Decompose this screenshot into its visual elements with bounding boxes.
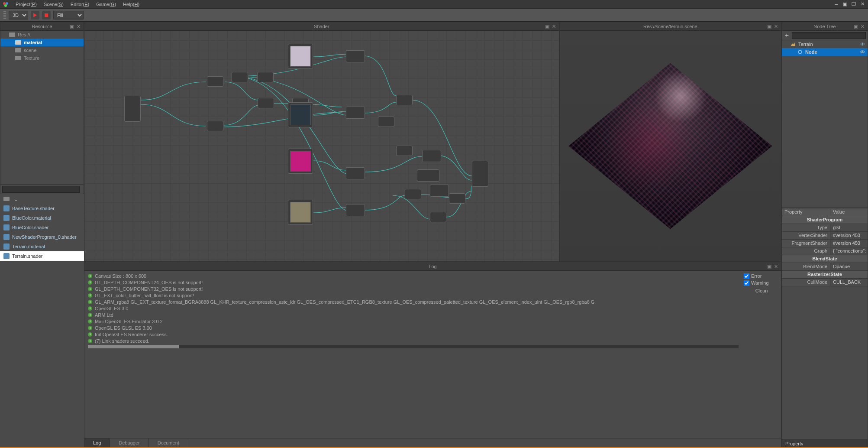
graph-node-texture[interactable]: [288, 44, 313, 69]
log-line[interactable]: iOpenGL ES 3.0: [88, 305, 739, 312]
graph-node[interactable]: [207, 76, 223, 87]
graph-node[interactable]: [422, 150, 441, 162]
property-section[interactable]: ShaderProgram: [782, 216, 868, 224]
node-item-terrain[interactable]: Terrain 👁: [782, 40, 868, 48]
file-item[interactable]: Terrain.shader: [0, 251, 84, 261]
log-line[interactable]: iGL_ARM_rgba8 GL_EXT_texture_format_BGRA…: [88, 299, 739, 305]
log-line[interactable]: iGL_DEPTH_COMPONENT32_OES is not support…: [88, 286, 739, 292]
property-row[interactable]: Graph{ "connections": [: [782, 247, 868, 255]
panel-float-icon[interactable]: ▣: [70, 24, 75, 29]
graph-node[interactable]: [417, 169, 439, 182]
graph-node[interactable]: [396, 146, 413, 156]
log-line[interactable]: iCanvas Size : 800 x 600: [88, 273, 739, 279]
graph-node[interactable]: [396, 95, 413, 105]
graph-node[interactable]: [257, 72, 274, 82]
nodetree-body[interactable]: Terrain 👁 Node 👁: [782, 40, 868, 208]
resource-search-input[interactable]: [2, 186, 80, 193]
menu-project[interactable]: Project(P): [12, 2, 40, 7]
tab-log[interactable]: Log: [84, 438, 110, 448]
panel-float-icon[interactable]: ▣: [767, 264, 772, 269]
panel-close-icon[interactable]: ✕: [774, 264, 779, 269]
file-item[interactable]: BaseTexture.shader: [0, 204, 84, 213]
log-messages[interactable]: iCanvas Size : 800 x 600iGL_DEPTH_COMPON…: [84, 271, 742, 438]
viewport-3d[interactable]: [560, 31, 781, 261]
log-error-checkbox[interactable]: Error: [744, 273, 779, 279]
file-item[interactable]: Terrain.material: [0, 242, 84, 251]
log-line[interactable]: iMali OpenGL ES Emulator 3.0.2: [88, 318, 739, 325]
graph-node-texture[interactable]: [288, 149, 313, 174]
maximize-icon[interactable]: ▣: [842, 1, 848, 7]
log-line[interactable]: iARM Ltd: [88, 312, 739, 318]
property-row[interactable]: BlendModeOpaque: [782, 263, 868, 271]
graph-node[interactable]: [346, 167, 365, 179]
add-node-button[interactable]: +: [784, 32, 790, 39]
tree-folder-material[interactable]: material: [0, 39, 84, 46]
graph-node[interactable]: [430, 212, 446, 222]
resource-tree[interactable]: Res:// material scene Texture: [0, 31, 84, 184]
restore-icon[interactable]: ❐: [851, 1, 857, 7]
minimize-icon[interactable]: ─: [833, 1, 839, 7]
panel-float-icon[interactable]: ▣: [854, 24, 859, 29]
file-list[interactable]: .. BaseTexture.shader BlueColor.material…: [0, 194, 84, 448]
graph-node[interactable]: [449, 193, 465, 204]
visibility-icon[interactable]: 👁: [860, 42, 865, 47]
graph-node[interactable]: [405, 189, 421, 199]
grid-view-icon[interactable]: [81, 186, 82, 193]
graph-node-output[interactable]: [472, 161, 488, 187]
node-item-node[interactable]: Node 👁: [782, 48, 868, 56]
tab-document[interactable]: Document: [149, 438, 188, 448]
graph-node[interactable]: [346, 107, 365, 119]
graph-node-texture[interactable]: [288, 200, 313, 225]
panel-close-icon[interactable]: ✕: [77, 24, 82, 29]
nodetree-search-input[interactable]: [792, 32, 866, 39]
panel-float-icon[interactable]: ▣: [545, 24, 550, 29]
property-row[interactable]: FragmentShader#version 450: [782, 240, 868, 247]
property-row[interactable]: CullModeCULL_BACK: [782, 279, 868, 286]
visibility-icon[interactable]: 👁: [860, 49, 865, 55]
graph-node-texture[interactable]: [288, 102, 313, 127]
tab-property[interactable]: Property: [785, 441, 803, 446]
stop-button[interactable]: [42, 11, 51, 19]
menu-help[interactable]: Help(H): [119, 2, 143, 7]
tab-debugger[interactable]: Debugger: [110, 438, 148, 448]
property-row[interactable]: Typeglsl: [782, 224, 868, 232]
file-up[interactable]: ..: [0, 194, 84, 204]
play-button[interactable]: [31, 11, 39, 19]
property-row[interactable]: VertexShader#version 450: [782, 232, 868, 240]
file-item[interactable]: NewShaderProgram_0.shader: [0, 232, 84, 242]
log-line[interactable]: iInit OpenGLES Renderer success.: [88, 331, 739, 338]
tree-folder-texture[interactable]: Texture: [0, 54, 84, 62]
shader-graph-canvas[interactable]: [84, 31, 559, 261]
property-section[interactable]: BlendState: [782, 255, 868, 263]
menu-game[interactable]: Game(G): [93, 2, 119, 7]
tree-root[interactable]: Res://: [0, 31, 84, 39]
graph-node[interactable]: [232, 72, 248, 82]
graph-node[interactable]: [258, 98, 274, 108]
panel-close-icon[interactable]: ✕: [552, 24, 557, 29]
log-line[interactable]: iOpenGL ES GLSL ES 3.00: [88, 325, 739, 331]
log-line[interactable]: iGL_DEPTH_COMPONENT24_OES is not support…: [88, 279, 739, 286]
log-warning-checkbox[interactable]: Warning: [744, 279, 779, 286]
view-mode-dropdown[interactable]: 3D: [9, 11, 28, 19]
file-item[interactable]: BlueColor.material: [0, 213, 84, 223]
log-line[interactable]: iGL_EXT_color_buffer_half_float is not s…: [88, 292, 739, 299]
file-item[interactable]: BlueColor.shader: [0, 223, 84, 232]
graph-node[interactable]: [346, 204, 365, 216]
log-line[interactable]: i(7) Link shaders succeed.: [88, 338, 739, 344]
menu-scene[interactable]: Scene(S): [40, 2, 67, 7]
graph-node[interactable]: [378, 117, 394, 127]
panel-close-icon[interactable]: ✕: [861, 24, 866, 29]
tree-folder-scene[interactable]: scene: [0, 46, 84, 54]
panel-close-icon[interactable]: ✕: [774, 24, 779, 29]
graph-node[interactable]: [346, 50, 365, 62]
fill-mode-dropdown[interactable]: Fill: [53, 11, 84, 19]
graph-node[interactable]: [207, 121, 223, 131]
graph-node[interactable]: [124, 96, 141, 122]
menu-editor[interactable]: Editor(E): [67, 2, 93, 7]
close-icon[interactable]: ✕: [859, 1, 865, 7]
graph-node[interactable]: [430, 185, 449, 197]
log-scrollbar[interactable]: [88, 345, 739, 348]
panel-float-icon[interactable]: ▣: [767, 24, 772, 29]
log-clean-button[interactable]: Clean: [744, 288, 779, 293]
property-section[interactable]: RasterizerState: [782, 271, 868, 279]
